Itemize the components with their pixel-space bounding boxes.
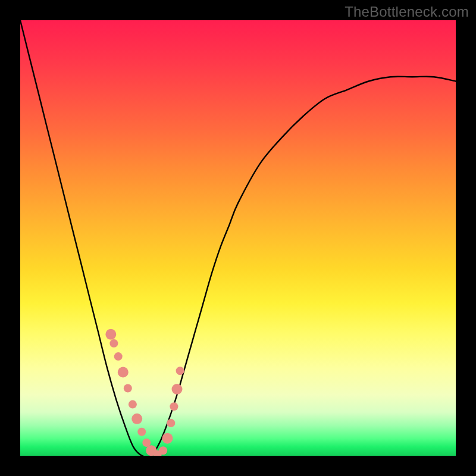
highlight-dot xyxy=(124,384,132,393)
highlight-dot xyxy=(159,446,167,455)
highlight-dot xyxy=(176,367,184,375)
plot-area xyxy=(20,20,456,456)
highlight-dot xyxy=(114,352,123,361)
chart-svg xyxy=(20,20,456,456)
highlight-dot xyxy=(172,384,183,394)
highlight-dot xyxy=(162,433,173,444)
highlight-dot xyxy=(109,339,118,347)
highlight-dot xyxy=(105,329,116,340)
highlight-dot xyxy=(137,428,146,436)
highlight-dot xyxy=(167,419,175,427)
highlight-dot xyxy=(131,414,142,424)
watermark-text: TheBottleneck.com xyxy=(345,4,469,20)
highlight-dot xyxy=(170,402,178,411)
highlight-dot xyxy=(129,400,137,409)
outer-black-frame: TheBottleneck.com xyxy=(0,0,476,476)
highlight-dot xyxy=(118,367,129,378)
highlight-markers xyxy=(105,329,184,456)
bottleneck-curve xyxy=(20,20,456,456)
